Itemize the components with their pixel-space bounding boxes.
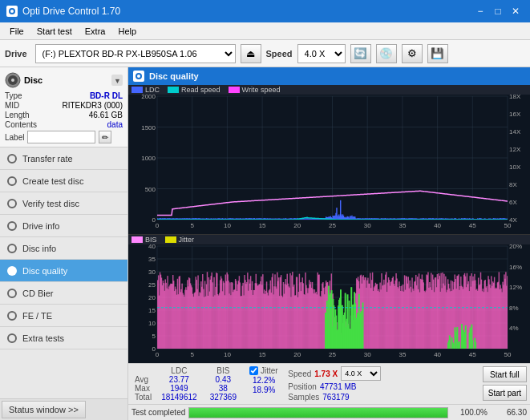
speed-row: Speed 1.73 X 4.0 X — [288, 366, 381, 381]
titlebar-left: Opti Drive Control 1.70 — [6, 6, 120, 17]
ldc-legend-box — [131, 87, 143, 93]
nav-label-drive-info: Drive info — [22, 221, 59, 231]
menu-starttest[interactable]: Start test — [30, 25, 79, 38]
sidebar: Disc ▼ Type BD-R DL MID RITEKDR3 (000) L… — [0, 67, 128, 420]
nav-transfer-rate[interactable]: Transfer rate — [0, 147, 127, 170]
create-test-disc-icon — [6, 176, 18, 187]
speed-select-stats[interactable]: 4.0 X — [341, 366, 381, 381]
bis-max: 38 — [204, 384, 243, 393]
svg-point-1 — [10, 10, 14, 13]
app-title: Opti Drive Control 1.70 — [22, 6, 120, 17]
disc-expand-icon: ▼ — [111, 75, 123, 86]
svg-point-4 — [11, 79, 14, 82]
bis-avg: 0.43 — [204, 375, 243, 384]
drive-select[interactable]: (F:) PLEXTOR BD-R PX-LB950SA 1.06 — [35, 44, 236, 63]
jitter-avg: 12.2% — [249, 376, 278, 385]
progress-bar-fill — [189, 408, 447, 418]
length-key: Length — [5, 111, 30, 119]
nav-label-cd-bier: CD Bier — [22, 289, 54, 298]
nav-disc-quality[interactable]: Disc quality — [0, 260, 127, 282]
ldc-avg: 23.77 — [155, 375, 204, 384]
jitter-legend-label: Jitter — [179, 236, 195, 244]
bottom-chart: BIS Jitter — [128, 235, 530, 363]
ldc-col-header: LDC — [155, 366, 204, 375]
config-button[interactable]: ⚙ — [402, 44, 423, 63]
speed-position-section: Speed 1.73 X 4.0 X Position 47731 MB Sam… — [288, 366, 381, 402]
start-full-button[interactable]: Start full — [483, 366, 527, 382]
nav-extra-tests[interactable]: Extra tests — [0, 327, 127, 349]
speed-select[interactable]: 4.0 X 1.0 X 2.0 X 6.0 X 8.0 X — [297, 44, 346, 63]
progress-value: 66.30 — [491, 408, 527, 417]
progress-area: Test completed 100.0% 66.30 — [128, 404, 530, 420]
progress-percent: 100.0% — [451, 408, 488, 417]
menu-help[interactable]: Help — [111, 25, 143, 38]
nav-label-extra-tests: Extra tests — [22, 333, 64, 343]
jitter-legend-box — [165, 236, 176, 243]
drive-label: Drive — [5, 49, 27, 59]
bis-legend-box — [131, 236, 143, 243]
nav-fe-te[interactable]: FE / TE — [0, 305, 127, 327]
legend-ldc: LDC — [131, 86, 160, 94]
nav-cd-bier[interactable]: CD Bier — [0, 282, 127, 305]
menu-file[interactable]: File — [3, 25, 30, 38]
read-speed-legend-box — [168, 87, 179, 93]
sidebar-status: Status window >> — [0, 398, 127, 420]
stats-total-row: Total 18149612 327369 — [131, 393, 243, 402]
status-window-button[interactable]: Status window >> — [2, 401, 86, 418]
disc-info-icon — [6, 243, 18, 254]
nav-drive-info[interactable]: Drive info — [0, 215, 127, 237]
bottom-chart-canvas — [128, 235, 530, 363]
minimize-button[interactable]: − — [472, 4, 488, 18]
maximize-button[interactable]: □ — [490, 4, 506, 18]
refresh-button[interactable]: 🔄 — [350, 44, 371, 63]
disc-panel: Disc ▼ Type BD-R DL MID RITEKDR3 (000) L… — [0, 67, 127, 147]
type-value: BD-R DL — [90, 91, 123, 100]
nav-create-test-disc[interactable]: Create test disc — [0, 170, 127, 192]
legend-read-speed: Read speed — [168, 86, 220, 94]
samples-row: Samples 763179 — [288, 393, 381, 402]
menubar: File Start test Extra Help — [0, 22, 530, 40]
status-window-label: Status window >> — [9, 405, 79, 414]
start-part-button[interactable]: Start part — [483, 385, 527, 401]
jitter-checkbox[interactable] — [249, 366, 258, 375]
drivebar: Drive (F:) PLEXTOR BD-R PX-LB950SA 1.06 … — [0, 40, 530, 67]
save-button[interactable]: 💾 — [427, 44, 448, 63]
stats-avg-row: Avg 23.77 0.43 — [131, 375, 243, 384]
legend-write-speed: Write speed — [229, 86, 281, 94]
max-label: Max — [131, 384, 155, 393]
nav-label-transfer-rate: Transfer rate — [22, 154, 73, 164]
nav-disc-info[interactable]: Disc info — [0, 237, 127, 260]
speed-value: 1.73 X — [314, 370, 338, 378]
main-area: Disc ▼ Type BD-R DL MID RITEKDR3 (000) L… — [0, 67, 530, 420]
disc-button[interactable]: 💿 — [376, 44, 397, 63]
svg-text:▼: ▼ — [114, 77, 121, 85]
content-header: Disc quality — [128, 67, 530, 85]
contents-value: data — [107, 120, 123, 129]
top-chart: LDC Read speed Write speed — [128, 85, 530, 235]
stats-max-row: Max 1949 38 — [131, 384, 243, 393]
close-button[interactable]: ✕ — [508, 4, 524, 18]
bis-col-header: BIS — [204, 366, 243, 375]
disc-quality-icon — [6, 265, 18, 277]
stats-content: LDC BIS Avg 23.77 0.43 Max 1949 — [131, 366, 527, 402]
nav-verify-test-disc[interactable]: Verify test disc — [0, 192, 127, 215]
nav-label-fe-te: FE / TE — [22, 311, 52, 321]
status-text: Test completed — [131, 408, 185, 417]
nav-label-disc-info: Disc info — [22, 244, 56, 253]
eject-button[interactable]: ⏏ — [241, 44, 261, 63]
content-area: Disc quality LDC Read speed — [128, 67, 530, 420]
disc-icon — [5, 72, 21, 88]
titlebar: Opti Drive Control 1.70 − □ ✕ — [0, 0, 530, 22]
transfer-rate-icon — [6, 153, 18, 164]
nav-label-verify-test-disc: Verify test disc — [22, 199, 79, 208]
svg-point-8 — [137, 75, 140, 78]
contents-key: Contents — [5, 120, 37, 129]
jitter-max: 18.9% — [249, 386, 278, 394]
disc-label-row: Label ✏ — [5, 131, 123, 143]
label-edit-button[interactable]: ✏ — [99, 131, 111, 143]
label-key: Label — [5, 133, 24, 142]
cd-bier-icon — [6, 288, 18, 299]
speed-label: Speed — [266, 49, 293, 59]
label-input[interactable] — [27, 131, 95, 143]
menu-extra[interactable]: Extra — [79, 25, 112, 38]
